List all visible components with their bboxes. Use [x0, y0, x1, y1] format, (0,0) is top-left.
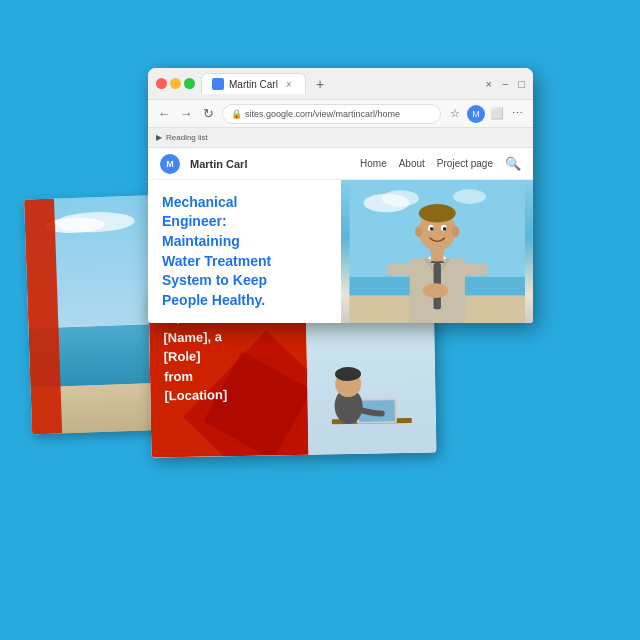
- hero-text-section: Mechanical Engineer: Maintaining Water T…: [148, 180, 341, 323]
- nav-project-link[interactable]: Project page: [437, 158, 493, 169]
- website-navbar: M Martin Carl Home About Project page 🔍: [148, 148, 533, 180]
- hero-title: Mechanical Engineer: Maintaining Water T…: [162, 193, 327, 311]
- hero-section: Mechanical Engineer: Maintaining Water T…: [148, 180, 533, 323]
- hero-photo-section: [341, 180, 534, 323]
- browser-right-icons: ☆ M ⬜ ⋯: [447, 105, 525, 123]
- svg-point-28: [442, 227, 446, 231]
- svg-rect-20: [462, 263, 488, 276]
- browser-tab[interactable]: Martin Carl ×: [201, 73, 306, 94]
- nav-links: Home About Project page 🔍: [360, 156, 521, 171]
- tab-favicon: [212, 78, 224, 90]
- svg-point-8: [381, 190, 418, 207]
- window-min-symbol[interactable]: −: [502, 78, 508, 90]
- window-close-x[interactable]: ×: [485, 78, 491, 90]
- extensions-icon[interactable]: ⬜: [489, 106, 505, 122]
- svg-point-30: [452, 226, 459, 237]
- tab-title: Martin Carl: [229, 79, 278, 90]
- svg-point-21: [422, 283, 448, 298]
- window-controls: [156, 78, 195, 89]
- site-logo: M: [160, 154, 180, 174]
- hero-line5: System to Keep: [162, 272, 267, 288]
- browser-title-bar: Martin Carl × + × − □: [148, 68, 533, 100]
- window-maximize-btn[interactable]: [184, 78, 195, 89]
- address-bar-row: ← → ↻ 🔒 sites.google.com/view/martincarl…: [148, 100, 533, 128]
- hero-line6: People Healthy.: [162, 292, 265, 308]
- reading-arrow-icon: ▶: [156, 133, 162, 142]
- address-text: sites.google.com/view/martincarl/home: [245, 109, 400, 119]
- profile-icon[interactable]: M: [467, 105, 485, 123]
- window-minimize-btn[interactable]: [170, 78, 181, 89]
- new-tab-button[interactable]: +: [312, 76, 328, 92]
- tab-close-btn[interactable]: ×: [283, 78, 295, 90]
- hero-line3: Maintaining: [162, 233, 240, 249]
- svg-point-27: [429, 227, 433, 231]
- person-desk-svg: [325, 343, 417, 455]
- address-bar[interactable]: 🔒 sites.google.com/view/martincarl/home: [222, 104, 441, 124]
- reading-list-bar: ▶ Reading list: [148, 128, 533, 148]
- nav-search-icon[interactable]: 🔍: [505, 156, 521, 171]
- menu-icon[interactable]: ⋯: [509, 106, 525, 122]
- hero-line2: Engineer:: [162, 213, 227, 229]
- window-max-symbol[interactable]: □: [518, 78, 525, 90]
- svg-point-9: [452, 189, 485, 204]
- svg-rect-19: [386, 263, 412, 276]
- logo-initial: M: [166, 159, 174, 169]
- back-button[interactable]: ←: [156, 106, 172, 122]
- window-close-btn[interactable]: [156, 78, 167, 89]
- ssl-lock-icon: 🔒: [231, 109, 241, 119]
- browser-window: Martin Carl × + × − □ ← → ↻ 🔒 sites.goog…: [148, 68, 533, 323]
- hero-person-svg: [341, 180, 534, 323]
- nav-home-link[interactable]: Home: [360, 158, 387, 169]
- forward-button[interactable]: →: [178, 106, 194, 122]
- refresh-button[interactable]: ↻: [200, 106, 216, 122]
- svg-point-29: [415, 226, 422, 237]
- site-name: Martin Carl: [190, 158, 247, 170]
- reading-list-button[interactable]: Reading list: [166, 133, 208, 142]
- nav-about-link[interactable]: About: [399, 158, 425, 169]
- bookmark-icon[interactable]: ☆: [447, 106, 463, 122]
- hero-line4: Water Treatment: [162, 253, 271, 269]
- svg-point-24: [418, 204, 455, 222]
- hero-line1: Mechanical: [162, 194, 237, 210]
